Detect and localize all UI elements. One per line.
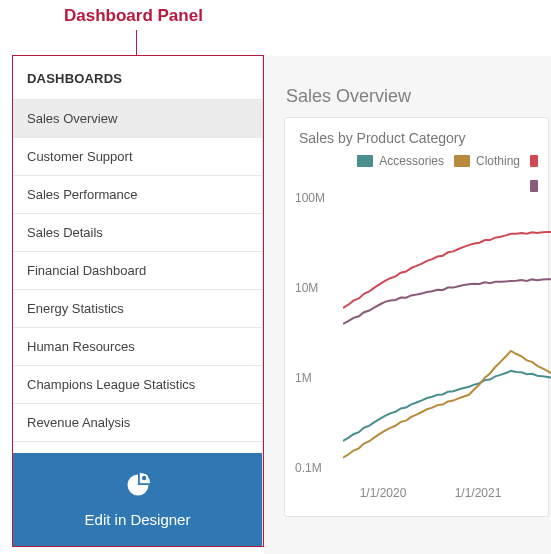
chart-card: Sales by Product Category AccessoriesClo… — [284, 117, 549, 517]
y-tick-label: 100M — [295, 191, 325, 205]
content-area: Sales Overview Sales by Product Category… — [264, 56, 551, 554]
sidebar-item-revenue-analysis[interactable]: Revenue Analysis — [13, 404, 262, 442]
sidebar-header: DASHBOARDS — [13, 56, 262, 100]
y-tick-label: 1M — [295, 371, 312, 385]
sidebar-item-sales-details[interactable]: Sales Details — [13, 214, 262, 252]
sidebar-item-champions-league-statistics[interactable]: Champions League Statistics — [13, 366, 262, 404]
sidebar-item-sales-overview[interactable]: Sales Overview — [13, 100, 262, 138]
sidebar-item-energy-statistics[interactable]: Energy Statistics — [13, 290, 262, 328]
edit-in-designer-button[interactable]: Edit in Designer — [13, 453, 262, 546]
sidebar-item-financial-dashboard[interactable]: Financial Dashboard — [13, 252, 262, 290]
chart-legend: AccessoriesClothing — [299, 154, 538, 192]
svg-point-0 — [141, 475, 147, 481]
legend-item-clothing: Clothing — [454, 154, 520, 168]
legend-swatch-cut — [530, 154, 538, 168]
chart-plot-area: 100M10M1M0.1M1/1/20201/1/2021 — [299, 198, 538, 498]
sidebar-item-sales-performance[interactable]: Sales Performance — [13, 176, 262, 214]
annotation-label: Dashboard Panel — [64, 6, 203, 26]
annotation-connector — [136, 30, 137, 55]
legend-swatch-cut — [530, 180, 538, 192]
designer-icon — [124, 471, 152, 503]
dashboard-panel: DASHBOARDS Sales OverviewCustomer Suppor… — [13, 56, 263, 546]
y-tick-label: 0.1M — [295, 461, 322, 475]
sidebar-item-customer-support[interactable]: Customer Support — [13, 138, 262, 176]
legend-item-accessories: Accessories — [357, 154, 444, 168]
chart-title: Sales by Product Category — [299, 130, 538, 146]
y-tick-label: 10M — [295, 281, 318, 295]
page-title: Sales Overview — [286, 86, 551, 107]
edit-label: Edit in Designer — [85, 511, 191, 528]
chart-lines — [343, 198, 551, 468]
sidebar-list: Sales OverviewCustomer SupportSales Perf… — [13, 100, 262, 442]
x-tick-label: 1/1/2021 — [455, 486, 502, 500]
x-tick-label: 1/1/2020 — [360, 486, 407, 500]
sidebar-item-human-resources[interactable]: Human Resources — [13, 328, 262, 366]
